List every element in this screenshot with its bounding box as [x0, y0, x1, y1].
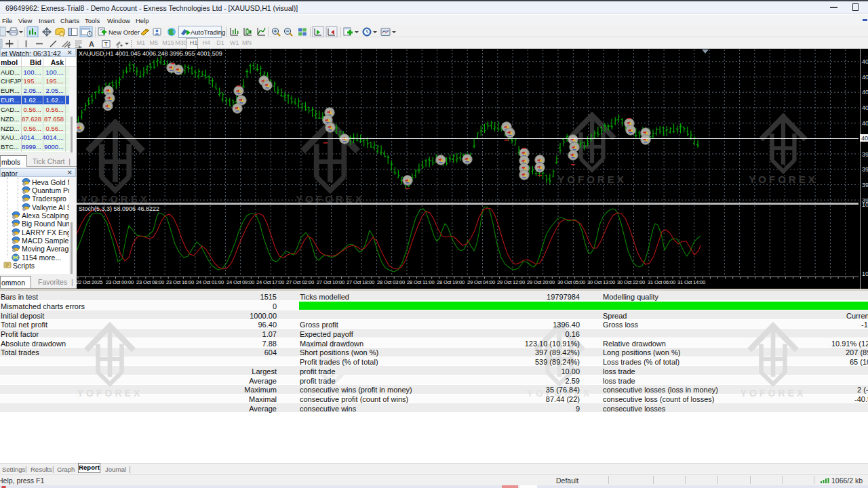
svg-text:39: 39: [862, 182, 868, 188]
svg-text:23 Oct 08:00: 23 Oct 08:00: [136, 279, 164, 285]
svg-text:40: 40: [862, 74, 868, 81]
svg-text:31 Oct 06:00: 31 Oct 06:00: [648, 279, 675, 285]
svg-text:T: T: [104, 41, 108, 47]
svg-text:28 Oct 03:00: 28 Oct 03:00: [377, 279, 405, 285]
svg-text:24 Oct 17:00: 24 Oct 17:00: [256, 279, 284, 285]
svg-text:40: 40: [862, 120, 868, 127]
svg-text:24 Oct 09:00: 24 Oct 09:00: [226, 279, 254, 285]
svg-text:A: A: [89, 40, 94, 48]
svg-text:10: 10: [862, 201, 868, 208]
svg-text:31 Oct 14:00: 31 Oct 14:00: [677, 279, 705, 285]
svg-text:22 Oct 2025: 22 Oct 2025: [77, 279, 102, 285]
svg-text:39: 39: [862, 151, 868, 158]
svg-text:28 Oct 11:00: 28 Oct 11:00: [407, 279, 435, 285]
svg-text:YOFOREX: YOFOREX: [557, 174, 626, 185]
svg-text:Stoch(5,3,3) 58.0906 46.8222: Stoch(5,3,3) 58.0906 46.8222: [79, 205, 159, 212]
svg-text:30 Oct 22:00: 30 Oct 22:00: [617, 279, 645, 285]
svg-text:28 Oct 19:00: 28 Oct 19:00: [437, 279, 465, 285]
svg-text:30 Oct 13:00: 30 Oct 13:00: [587, 279, 615, 285]
svg-text:30 Oct 05:00: 30 Oct 05:00: [557, 279, 585, 285]
svg-text:29 Oct 04:00: 29 Oct 04:00: [467, 279, 495, 285]
svg-text:23 Oct 16:00: 23 Oct 16:00: [166, 279, 194, 285]
svg-text:23 Oct 00:00: 23 Oct 00:00: [106, 279, 134, 285]
svg-text:40: 40: [862, 58, 868, 65]
svg-text:27 Oct 18:00: 27 Oct 18:00: [347, 279, 374, 285]
svg-text:27 Oct 10:00: 27 Oct 10:00: [317, 279, 344, 285]
svg-text:29 Oct 20:00: 29 Oct 20:00: [527, 279, 555, 285]
svg-text:27 Oct 02:00: 27 Oct 02:00: [286, 279, 314, 285]
svg-text:YOFOREX: YOFOREX: [749, 174, 817, 185]
svg-text:40: 40: [862, 89, 868, 96]
svg-text:40: 40: [861, 135, 868, 142]
svg-text:40: 40: [862, 104, 868, 111]
svg-text:39: 39: [862, 166, 868, 173]
svg-text:24 Oct 01:00: 24 Oct 01:00: [196, 279, 224, 285]
svg-text:29 Oct 12:00: 29 Oct 12:00: [497, 279, 525, 285]
svg-text:XAUUSD,H1 4001.045 4006.248 3: XAUUSD,H1 4001.045 4006.248 3995.955 400…: [79, 50, 222, 57]
svg-text:10: 10: [862, 270, 868, 277]
